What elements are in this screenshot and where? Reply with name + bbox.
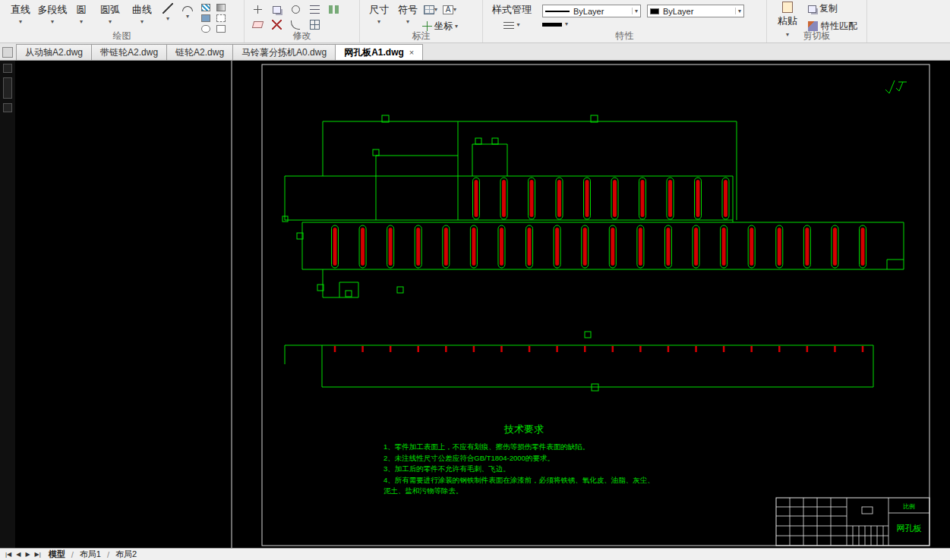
model-tab[interactable]: 模型 (43, 549, 71, 560)
annotate-group-label: 标注 (360, 30, 482, 42)
palette-tab-icon[interactable] (3, 64, 12, 73)
doc-tab-1[interactable]: 从动轴A2.dwg (16, 44, 92, 60)
chevron-down-icon[interactable] (51, 19, 54, 25)
tech-note: 2、未注线性尺寸公差应符合GB/T1804-2000的要求。 (383, 454, 554, 462)
region-button[interactable] (197, 13, 214, 23)
close-tab-icon[interactable]: × (409, 48, 414, 57)
linetype-column: ByLayer (542, 1, 641, 27)
chevron-down-icon[interactable] (377, 19, 380, 25)
doc-tab-3[interactable]: 链轮A2.dwg (166, 44, 233, 60)
properties-group-label: 特性 (483, 30, 766, 42)
roughness-symbol-icon (885, 80, 907, 93)
title-block-cell (862, 507, 873, 514)
text-button[interactable] (441, 2, 458, 17)
lineweight-button[interactable] (542, 21, 568, 27)
table-button[interactable] (422, 2, 439, 17)
line-tool-button[interactable]: 直线 (5, 1, 36, 25)
rotate-button[interactable] (287, 2, 304, 17)
gradient-button[interactable] (213, 2, 229, 12)
lineweight-icon (542, 23, 562, 27)
document-tabs-menu-icon[interactable] (2, 47, 13, 58)
tech-note: 泥土、盐和污物等除去。 (383, 486, 463, 495)
paste-icon (782, 2, 793, 13)
color-dropdown[interactable]: ByLayer (647, 5, 744, 17)
erase-icon (251, 21, 263, 28)
last-tab-icon[interactable] (33, 551, 43, 558)
polyline-tool-button[interactable]: 多段线 (36, 1, 68, 25)
tech-note: 1、零件加工表面上，不应有划痕、擦伤等损伤零件表面的缺陷。 (383, 442, 589, 451)
palette-tab-icon[interactable] (3, 77, 12, 99)
style-list-icon (503, 21, 514, 29)
tech-note: 4、所有需要进行涂装的钢铁制件表面在涂漆前，必须将铁锈、氧化皮、油脂、灰尘、 (383, 476, 655, 484)
side-view-slot-marks (335, 346, 863, 352)
grip-points (282, 115, 598, 391)
ribbon-group-modify: 修改 (245, 0, 360, 42)
copy-clip-button[interactable]: 复制 (808, 2, 857, 15)
chevron-down-icon[interactable] (80, 19, 83, 25)
circle-tool-button[interactable]: 圆 (68, 1, 94, 25)
title-block-part-name: 网孔板 (897, 524, 922, 533)
main-area: 技术要求 1、零件加工表面上，不应有划痕、擦伤等损伤零件表面的缺陷。 2、未注线… (0, 61, 950, 548)
cad-drawing[interactable]: 技术要求 1、零件加工表面上，不应有划痕、擦伤等损伤零件表面的缺陷。 2、未注线… (15, 61, 950, 548)
rotate-icon (292, 5, 300, 14)
layout2-tab[interactable]: 布局2 (110, 549, 142, 560)
style-manager-button[interactable]: 样式管理 (488, 1, 536, 29)
modify-tool-grid (249, 1, 344, 33)
fillet-icon (291, 20, 300, 30)
doc-tab-4[interactable]: 马铃薯分拣机A0.dwg (232, 44, 336, 60)
arc-tool-button[interactable]: 圆弧 (94, 1, 126, 25)
chevron-down-icon[interactable] (735, 8, 741, 14)
move-button[interactable] (249, 2, 266, 17)
symbol-button[interactable]: 符号 (393, 1, 422, 25)
ribbon-group-annotate: 尺寸 符号 坐标 标注 (360, 0, 483, 42)
linetype-sample-icon (545, 11, 570, 12)
doc-tab-5-active[interactable]: 网孔板A1.dwg × (335, 44, 423, 60)
chevron-down-icon[interactable] (166, 16, 169, 22)
tech-note: 3、加工后的零件不允许有毛刺、飞边。 (383, 464, 510, 473)
offset-button[interactable] (306, 2, 323, 17)
trim-icon (272, 20, 282, 30)
gradient-icon (216, 4, 226, 11)
draw-group-label: 绘图 (0, 30, 244, 42)
sketch-line-button[interactable] (158, 1, 178, 22)
copy-button[interactable] (268, 2, 285, 17)
ribbon-toolbar: 直线 多段线 圆 圆弧 曲线 (0, 0, 950, 43)
next-tab-icon[interactable] (23, 551, 32, 558)
ribbon-group-properties: 样式管理 ByLayer (483, 0, 767, 42)
chevron-down-icon[interactable] (632, 8, 638, 14)
chevron-down-icon[interactable] (19, 19, 22, 25)
slot-row-top (473, 178, 730, 219)
prev-tab-icon[interactable] (14, 551, 23, 558)
chevron-down-icon[interactable] (453, 7, 456, 13)
chevron-down-icon[interactable] (565, 21, 568, 27)
first-tab-icon[interactable] (3, 551, 14, 558)
dimension-button[interactable]: 尺寸 (365, 1, 393, 25)
line-icon (163, 3, 173, 14)
chevron-down-icon[interactable] (140, 19, 144, 25)
palette-tab-icon[interactable] (3, 103, 12, 112)
chevron-down-icon[interactable] (406, 19, 409, 25)
chevron-down-icon[interactable] (455, 24, 458, 30)
mirror-icon (329, 5, 339, 14)
copy-icon (273, 6, 281, 14)
linetype-dropdown[interactable]: ByLayer (542, 5, 641, 17)
chevron-down-icon[interactable] (516, 22, 519, 28)
hatch-button[interactable] (197, 2, 214, 12)
mirror-button[interactable] (325, 2, 342, 17)
drawing-canvas[interactable]: 技术要求 1、零件加工表面上，不应有划痕、擦伤等损伤零件表面的缺陷。 2、未注线… (15, 61, 950, 548)
cad-application-window: 直线 多段线 圆 圆弧 曲线 (0, 0, 950, 560)
clipboard-group-label: 剪切板 (767, 30, 866, 42)
modify-group-label: 修改 (245, 30, 359, 42)
curve-tool-button[interactable]: 曲线 (126, 1, 158, 25)
layout1-tab[interactable]: 布局1 (74, 549, 106, 560)
doc-tab-2[interactable]: 带链轮A2.dwg (91, 44, 167, 60)
chevron-down-icon[interactable] (434, 7, 437, 13)
layout-tabbar: 模型 布局1 布局2 (0, 548, 950, 560)
chevron-down-icon[interactable] (109, 19, 112, 25)
boundary-button[interactable] (213, 13, 229, 23)
offset-icon (310, 5, 320, 14)
arc-segment-button[interactable] (178, 1, 197, 20)
tech-requirements-title: 技术要求 (503, 423, 544, 435)
chevron-down-icon[interactable] (186, 14, 189, 20)
color-swatch-icon (650, 8, 659, 14)
